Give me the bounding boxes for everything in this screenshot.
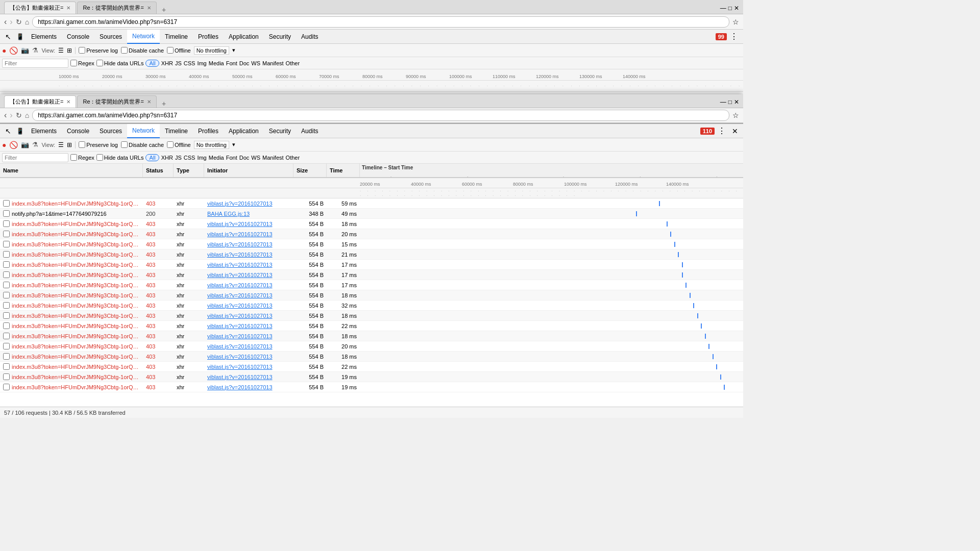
- filter-xhr-2[interactable]: XHR: [161, 155, 173, 161]
- address-input-1[interactable]: [32, 16, 729, 28]
- table-row[interactable]: index.m3u8?token=HFUmDvrJM9Ng3Cbtg-1orQ&…: [0, 229, 743, 239]
- devtools1-mobile-icon[interactable]: 📱: [14, 33, 26, 40]
- address-input-2[interactable]: [32, 110, 729, 121]
- forward-btn-1[interactable]: ›: [10, 17, 12, 27]
- record-btn-2[interactable]: ●: [2, 141, 6, 149]
- filter-icon-1[interactable]: ⚗: [32, 46, 38, 54]
- preserve-log-label-1[interactable]: Preserve log: [79, 47, 118, 54]
- td-initiator[interactable]: viblast.js?v=20161027013: [204, 219, 293, 229]
- browser1-tab-2[interactable]: Re：從零開始的異世界= ✕: [77, 2, 157, 14]
- camera-btn-1[interactable]: 📷: [21, 46, 29, 54]
- filter-css-2[interactable]: CSS: [184, 155, 195, 161]
- devtools1-tab-security[interactable]: Security: [264, 30, 296, 44]
- td-initiator[interactable]: viblast.js?v=20161027013: [204, 239, 293, 249]
- filter-icon-2[interactable]: ⚗: [32, 141, 38, 148]
- table-row[interactable]: index.m3u8?token=HFUmDvrJM9Ng3Cbtg-1orQ&…: [0, 290, 743, 300]
- table-row[interactable]: index.m3u8?token=HFUmDvrJM9Ng3Cbtg-1orQ&…: [0, 239, 743, 249]
- filter-css-1[interactable]: CSS: [184, 60, 195, 66]
- filter-font-2[interactable]: Font: [226, 155, 237, 161]
- home-btn-2[interactable]: ⌂: [25, 111, 29, 119]
- th-name[interactable]: Name: [0, 164, 143, 177]
- devtools1-tab-sources[interactable]: Sources: [94, 30, 127, 44]
- hide-data-urls-label-2[interactable]: Hide data URLs: [96, 154, 144, 161]
- forward-btn-2[interactable]: ›: [10, 111, 12, 120]
- table-row[interactable]: index.m3u8?token=HFUmDvrJM9Ng3Cbtg-1orQ&…: [0, 321, 743, 331]
- table-row[interactable]: index.m3u8?token=HFUmDvrJM9Ng3Cbtg-1orQ&…: [0, 219, 743, 229]
- refresh-btn-2[interactable]: ↻: [16, 111, 22, 119]
- filter-input-2[interactable]: [2, 153, 68, 162]
- filter-doc-2[interactable]: Doc: [239, 155, 250, 161]
- th-time[interactable]: Time: [327, 164, 360, 177]
- td-initiator[interactable]: viblast.js?v=20161027013: [204, 300, 293, 310]
- th-size[interactable]: Size: [293, 164, 327, 177]
- table-row[interactable]: index.m3u8?token=HFUmDvrJM9Ng3Cbtg-1orQ&…: [0, 311, 743, 321]
- devtools1-tab-application[interactable]: Application: [224, 30, 264, 44]
- devtools1-menu-icon[interactable]: ⋮: [727, 32, 741, 41]
- disable-cache-check-2[interactable]: [121, 141, 128, 148]
- devtools2-tab-console[interactable]: Console: [62, 124, 94, 138]
- table-row[interactable]: index.m3u8?token=HFUmDvrJM9Ng3Cbtg-1orQ&…: [0, 280, 743, 290]
- filter-js-1[interactable]: JS: [175, 60, 182, 66]
- browser2-tab-1[interactable]: 【公告】動畫僱殺正= ✕: [4, 95, 76, 108]
- td-initiator[interactable]: viblast.js?v=20161027013: [204, 352, 293, 361]
- td-initiator[interactable]: viblast.js?v=20161027013: [204, 229, 293, 239]
- devtools1-tab-profiles[interactable]: Profiles: [193, 30, 224, 44]
- close-icon-1[interactable]: ✕: [734, 5, 739, 12]
- table-row[interactable]: index.m3u8?token=HFUmDvrJM9Ng3Cbtg-1orQ&…: [0, 260, 743, 270]
- preserve-log-check-1[interactable]: [79, 47, 85, 54]
- devtools2-tab-profiles[interactable]: Profiles: [193, 124, 224, 138]
- new-tab-btn-1[interactable]: +: [158, 6, 170, 14]
- tab2-1-close-icon[interactable]: ✕: [66, 99, 70, 105]
- devtools2-cursor-icon[interactable]: ↖: [2, 127, 14, 135]
- filter-media-2[interactable]: Media: [209, 155, 224, 161]
- table-row[interactable]: notify.php?a=1&time=1477649079216 200 xh…: [0, 209, 743, 219]
- filter-media-1[interactable]: Media: [209, 60, 224, 66]
- refresh-btn-1[interactable]: ↻: [16, 18, 22, 26]
- preserve-log-check-2[interactable]: [79, 141, 85, 148]
- table-row[interactable]: index.m3u8?token=HFUmDvrJM9Ng3Cbtg-1orQ&…: [0, 372, 743, 382]
- bookmark-icon-1[interactable]: ☆: [732, 18, 739, 26]
- td-initiator[interactable]: viblast.js?v=20161027013: [204, 270, 293, 280]
- td-initiator[interactable]: viblast.js?v=20161027013: [204, 382, 293, 392]
- filter-other-1[interactable]: Other: [286, 60, 300, 66]
- td-initiator[interactable]: viblast.js?v=20161027013: [204, 362, 293, 371]
- offline-check-2[interactable]: [167, 141, 174, 148]
- table-row[interactable]: index.m3u8?token=HFUmDvrJM9Ng3Cbtg-1orQ&…: [0, 198, 743, 209]
- td-initiator[interactable]: viblast.js?v=20161027013: [204, 280, 293, 290]
- view-grid-btn-1[interactable]: ⊞: [67, 47, 72, 54]
- regex-label-2[interactable]: Regex: [70, 154, 94, 161]
- restore-icon-2[interactable]: □: [728, 98, 732, 106]
- offline-label-2[interactable]: Offline: [167, 141, 191, 148]
- home-btn-1[interactable]: ⌂: [25, 18, 29, 26]
- devtools2-tab-network[interactable]: Network: [127, 124, 160, 138]
- devtools2-menu-icon[interactable]: ⋮: [715, 126, 729, 136]
- devtools2-close-icon[interactable]: ✕: [729, 127, 741, 135]
- throttle-chevron-2[interactable]: ▾: [232, 141, 235, 148]
- filter-doc-1[interactable]: Doc: [239, 60, 250, 66]
- hide-data-urls-label-1[interactable]: Hide data URLs: [96, 60, 144, 66]
- preserve-log-label-2[interactable]: Preserve log: [79, 141, 118, 148]
- minimize-icon-2[interactable]: —: [720, 98, 726, 106]
- th-status[interactable]: Status: [143, 164, 174, 177]
- td-initiator[interactable]: viblast.js?v=20161027013: [204, 198, 293, 208]
- devtools1-tab-console[interactable]: Console: [62, 30, 94, 44]
- back-btn-1[interactable]: ‹: [4, 17, 7, 27]
- td-initiator[interactable]: viblast.js?v=20161027013: [204, 290, 293, 300]
- td-initiator[interactable]: viblast.js?v=20161027013: [204, 311, 293, 320]
- disable-cache-label-1[interactable]: Disable cache: [121, 47, 164, 54]
- throttling-select-1[interactable]: No throttling: [194, 46, 229, 55]
- th-initiator[interactable]: Initiator: [204, 164, 293, 177]
- close-icon-2[interactable]: ✕: [734, 98, 739, 106]
- filter-other-2[interactable]: Other: [286, 155, 300, 161]
- disable-cache-check-1[interactable]: [121, 47, 128, 54]
- td-initiator[interactable]: BAHA EGG.js:13: [204, 209, 293, 218]
- camera-btn-2[interactable]: 📷: [21, 141, 29, 148]
- devtools1-tab-elements[interactable]: Elements: [26, 30, 62, 44]
- devtools1-tab-audits[interactable]: Audits: [296, 30, 323, 44]
- th-type[interactable]: Type: [174, 164, 204, 177]
- throttle-chevron-1[interactable]: ▾: [232, 47, 235, 54]
- tab2-2-close-icon[interactable]: ✕: [147, 99, 151, 105]
- td-initiator[interactable]: viblast.js?v=20161027013: [204, 260, 293, 269]
- devtools1-cursor-icon[interactable]: ↖: [2, 33, 14, 41]
- offline-check-1[interactable]: [167, 47, 174, 54]
